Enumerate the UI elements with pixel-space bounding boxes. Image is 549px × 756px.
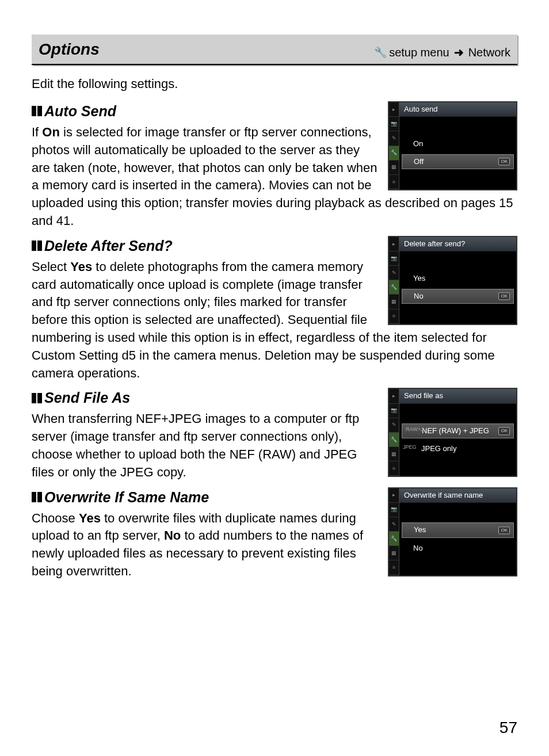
page-number: 57 — [500, 716, 517, 739]
text-bold-yes: Yes — [79, 511, 101, 525]
camera-title: Overwrite if same name — [399, 488, 516, 503]
sidebar-play-icon: ▸ — [389, 102, 399, 117]
sidebar-menu-icon: ≡ — [389, 461, 399, 476]
camera-options: Yes No OK — [399, 251, 516, 324]
camera-sidebar: ▸ 📷 ✎ 🔧 ▦ ≡ — [389, 389, 399, 476]
sidebar-wrench-icon: 🔧 — [389, 146, 399, 161]
screenshot-send-file-as: ▸ 📷 ✎ 🔧 ▦ ≡ Send file as RAW+J NEF (RAW)… — [388, 388, 517, 477]
header-bar: Options 🔧 setup menu ➜ Network — [32, 35, 517, 65]
option-prefix: RAW+J — [406, 426, 423, 433]
screenshot-auto-send: ▸ 📷 ✎ 🔧 ▦ ≡ Auto send On Off OK — [388, 101, 517, 190]
section-title-text: Send File As — [44, 388, 130, 408]
header-breadcrumb: 🔧 setup menu ➜ Network — [374, 44, 510, 60]
camera-main: Overwrite if same name Yes OK No — [399, 488, 516, 575]
double-bar-icon — [32, 106, 42, 116]
sidebar-menu-icon: ≡ — [389, 560, 399, 575]
breadcrumb-setup: setup menu — [389, 44, 449, 60]
camera-title: Delete after send? — [399, 237, 516, 251]
sidebar-wrench-icon: 🔧 — [389, 433, 399, 447]
section-title-text: Overwrite If Same Name — [44, 487, 209, 507]
option-label: JPEG only — [421, 444, 456, 453]
ok-badge: OK — [498, 427, 510, 435]
sidebar-camera-icon: 📷 — [389, 404, 399, 418]
section-delete-after: ▸ 📷 ✎ 🔧 ▦ ≡ Delete after send? Yes No OK… — [32, 236, 517, 383]
sidebar-camera-icon: 📷 — [389, 117, 399, 131]
double-bar-icon — [32, 393, 42, 403]
sidebar-retouch-icon: ▦ — [389, 295, 399, 309]
section-title-send-file-as: Send File As — [32, 388, 381, 408]
option-no[interactable]: No OK — [402, 289, 514, 304]
sidebar-play-icon: ▸ — [389, 389, 399, 403]
sidebar-pencil-icon: ✎ — [389, 418, 399, 433]
sidebar-menu-icon: ≡ — [389, 175, 399, 189]
wrench-icon: 🔧 — [374, 45, 387, 60]
double-bar-icon — [32, 240, 42, 251]
text-bold-no: No — [164, 528, 181, 543]
breadcrumb-network: Network — [468, 44, 510, 60]
camera-main: Delete after send? Yes No OK — [399, 237, 516, 324]
option-yes[interactable]: Yes OK — [402, 522, 514, 537]
section-auto-send: ▸ 📷 ✎ 🔧 ▦ ≡ Auto send On Off OK Auto Sen… — [32, 101, 517, 230]
camera-options: RAW+J NEF (RAW) + JPEG OK JPEG JPEG only — [399, 404, 516, 476]
ok-badge: OK — [498, 292, 510, 300]
double-bar-icon — [32, 492, 42, 502]
camera-main: Send file as RAW+J NEF (RAW) + JPEG OK J… — [399, 389, 516, 476]
camera-options: Yes OK No — [399, 503, 516, 575]
text-bold-on: On — [42, 125, 60, 139]
camera-title: Auto send — [399, 102, 516, 117]
sidebar-camera-icon: 📷 — [389, 251, 399, 266]
option-yes[interactable]: Yes — [399, 272, 516, 285]
sidebar-retouch-icon: ▦ — [389, 546, 399, 560]
camera-sidebar: ▸ 📷 ✎ 🔧 ▦ ≡ — [389, 237, 399, 324]
option-no[interactable]: No — [399, 541, 516, 555]
intro-text: Edit the following settings. — [32, 75, 517, 93]
camera-sidebar: ▸ 📷 ✎ 🔧 ▦ ≡ — [389, 102, 399, 189]
sidebar-pencil-icon: ✎ — [389, 131, 399, 146]
screenshot-overwrite: ▸ 📷 ✎ 🔧 ▦ ≡ Overwrite if same name Yes O… — [388, 487, 517, 576]
text: Select — [32, 259, 70, 274]
section-send-file-as: ▸ 📷 ✎ 🔧 ▦ ≡ Send file as RAW+J NEF (RAW)… — [32, 388, 517, 481]
option-prefix: JPEG — [403, 444, 417, 451]
camera-options: On Off OK — [399, 117, 516, 189]
sidebar-play-icon: ▸ — [389, 488, 399, 503]
text-bold-yes: Yes — [70, 259, 92, 274]
sidebar-menu-icon: ≡ — [389, 310, 399, 324]
sidebar-pencil-icon: ✎ — [389, 517, 399, 532]
sidebar-retouch-icon: ▦ — [389, 161, 399, 175]
screenshot-delete-after: ▸ 📷 ✎ 🔧 ▦ ≡ Delete after send? Yes No OK — [388, 236, 517, 325]
section-overwrite: ▸ 📷 ✎ 🔧 ▦ ≡ Overwrite if same name Yes O… — [32, 487, 517, 581]
camera-title: Send file as — [399, 389, 516, 403]
option-off[interactable]: Off OK — [402, 154, 514, 169]
header-title: Options — [39, 38, 100, 60]
section-title-auto-send: Auto Send — [32, 101, 381, 121]
sidebar-pencil-icon: ✎ — [389, 266, 399, 280]
option-label: NEF (RAW) + JPEG — [422, 426, 489, 435]
option-jpeg-only[interactable]: JPEG JPEG only — [399, 442, 516, 456]
section-title-overwrite: Overwrite If Same Name — [32, 487, 381, 507]
section-title-text: Auto Send — [44, 101, 116, 121]
ok-badge: OK — [498, 526, 510, 534]
sidebar-wrench-icon: 🔧 — [389, 532, 399, 546]
ok-badge: OK — [498, 158, 510, 166]
arrow-right-icon: ➜ — [454, 44, 464, 60]
option-raw-jpeg[interactable]: RAW+J NEF (RAW) + JPEG OK — [402, 423, 514, 438]
text: Choose — [32, 511, 79, 525]
option-on[interactable]: On — [399, 137, 516, 151]
text: If — [32, 125, 42, 139]
sidebar-play-icon: ▸ — [389, 237, 399, 251]
sidebar-camera-icon: 📷 — [389, 503, 399, 517]
option-no-label: No — [414, 292, 424, 300]
option-off-label: Off — [414, 157, 424, 166]
camera-sidebar: ▸ 📷 ✎ 🔧 ▦ ≡ — [389, 488, 399, 575]
camera-main: Auto send On Off OK — [399, 102, 516, 189]
section-title-text: Delete After Send? — [44, 236, 173, 256]
sidebar-wrench-icon: 🔧 — [389, 280, 399, 295]
sidebar-retouch-icon: ▦ — [389, 447, 399, 461]
section-title-delete-after: Delete After Send? — [32, 236, 381, 256]
option-yes-label: Yes — [414, 525, 426, 534]
